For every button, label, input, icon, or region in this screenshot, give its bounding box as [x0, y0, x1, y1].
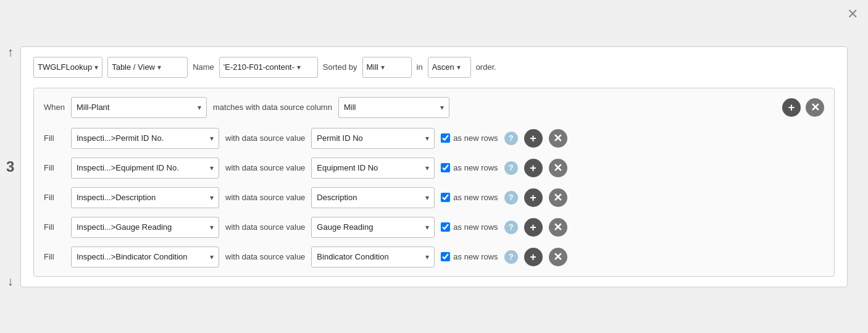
when-source-select[interactable]: Mill ▾: [338, 97, 449, 118]
sorted-by-label: Sorted by: [323, 62, 357, 72]
fill-source-select-0[interactable]: Permit ID No ▾: [311, 128, 435, 149]
matches-label: matches with data source column: [213, 103, 332, 112]
fill-add-button-0[interactable]: +: [524, 129, 543, 148]
step-number: 3: [6, 158, 14, 175]
fill-label: Fill: [44, 193, 65, 202]
as-new-rows-label-2[interactable]: as new rows: [441, 193, 498, 202]
with-label-1: with data source value: [225, 163, 305, 172]
sort-order-select[interactable]: Ascen ▾: [428, 57, 471, 78]
as-new-rows-checkbox-4[interactable]: [441, 252, 450, 261]
when-source-chevron-icon: ▾: [440, 103, 444, 112]
as-new-rows-label-1[interactable]: as new rows: [441, 163, 498, 172]
when-controls: + ✕: [782, 98, 824, 117]
name-chevron-icon: ▾: [297, 63, 301, 72]
fill-rows-container: Fill Inspecti...>Permit ID No. ▾ with da…: [44, 128, 824, 268]
fill-target-chevron-icon-4: ▾: [210, 253, 214, 261]
with-label-4: with data source value: [225, 252, 305, 261]
down-arrow[interactable]: ↓: [7, 274, 14, 289]
fill-label: Fill: [44, 133, 65, 143]
fill-source-select-1[interactable]: Equipment ID No ▾: [311, 158, 435, 179]
help-icon-4[interactable]: ?: [504, 250, 518, 264]
when-row: When Mill-Plant ▾ matches with data sour…: [44, 97, 824, 118]
fill-target-chevron-icon-3: ▾: [210, 223, 214, 232]
sort-order-chevron-icon: ▾: [457, 63, 461, 72]
fill-remove-button-4[interactable]: ✕: [549, 248, 567, 266]
when-add-button[interactable]: +: [782, 98, 801, 117]
name-select[interactable]: 'E-210-F01-content- ▾: [219, 57, 318, 78]
close-button[interactable]: ✕: [847, 6, 858, 22]
fill-target-chevron-icon-2: ▾: [210, 193, 214, 202]
as-new-rows-checkbox-3[interactable]: [441, 222, 450, 232]
fill-target-select-2[interactable]: Inspecti...>Description ▾: [71, 187, 219, 208]
fill-remove-button-0[interactable]: ✕: [549, 129, 567, 148]
fill-remove-button-2[interactable]: ✕: [549, 188, 567, 207]
fill-source-select-2[interactable]: Description ▾: [311, 187, 435, 208]
when-column-select[interactable]: Mill-Plant ▾: [71, 97, 207, 118]
when-label: When: [44, 103, 65, 112]
fill-remove-button-1[interactable]: ✕: [549, 159, 567, 177]
outer-container: ↑ 3 ↓ ✕ TWGLFLookup ▾ Table / View ▾ Nam…: [0, 0, 868, 333]
fill-source-select-3[interactable]: Gauge Reading ▾: [311, 217, 435, 238]
as-new-rows-label-0[interactable]: as new rows: [441, 133, 498, 143]
fill-target-select-1[interactable]: Inspecti...>Equipment ID No. ▾: [71, 158, 219, 179]
fill-target-chevron-icon-1: ▾: [210, 164, 214, 172]
when-remove-button[interactable]: ✕: [806, 98, 824, 117]
fill-label: Fill: [44, 222, 65, 232]
help-icon-0[interactable]: ?: [504, 132, 518, 145]
fill-label: Fill: [44, 252, 65, 261]
lookup-chevron-icon: ▾: [94, 63, 98, 72]
help-icon-2[interactable]: ?: [504, 191, 518, 204]
as-new-rows-label-4[interactable]: as new rows: [441, 252, 498, 261]
fill-row: Fill Inspecti...>Equipment ID No. ▾ with…: [44, 158, 824, 179]
fill-target-chevron-icon-0: ▾: [210, 134, 214, 143]
fill-source-chevron-icon-0: ▾: [425, 134, 429, 143]
content-area: When Mill-Plant ▾ matches with data sour…: [33, 88, 835, 277]
fill-row: Fill Inspecti...>Description ▾ with data…: [44, 187, 824, 208]
fill-row: Fill Inspecti...>Gauge Reading ▾ with da…: [44, 217, 824, 238]
as-new-rows-checkbox-1[interactable]: [441, 163, 450, 172]
name-label: Name: [193, 62, 214, 72]
fill-row: Fill Inspecti...>Permit ID No. ▾ with da…: [44, 128, 824, 149]
fill-add-button-2[interactable]: +: [524, 188, 543, 207]
as-new-rows-label-3[interactable]: as new rows: [441, 222, 498, 232]
as-new-rows-checkbox-2[interactable]: [441, 193, 450, 202]
fill-row: Fill Inspecti...>Bindicator Condition ▾ …: [44, 247, 824, 268]
sort-column-select[interactable]: Mill ▾: [362, 57, 412, 78]
fill-add-button-4[interactable]: +: [524, 248, 543, 266]
fill-target-select-0[interactable]: Inspecti...>Permit ID No. ▾: [71, 128, 219, 149]
fill-label: Fill: [44, 163, 65, 172]
main-panel: TWGLFLookup ▾ Table / View ▾ Name 'E-210…: [20, 46, 848, 287]
when-column-chevron-icon: ▾: [198, 103, 201, 112]
fill-source-chevron-icon-1: ▾: [425, 164, 429, 172]
order-label: order.: [476, 62, 496, 72]
fill-source-chevron-icon-3: ▾: [425, 223, 429, 232]
tableview-chevron-icon: ▾: [157, 63, 161, 72]
up-arrow[interactable]: ↑: [7, 45, 14, 59]
table-view-select[interactable]: Table / View ▾: [107, 57, 188, 78]
fill-add-button-1[interactable]: +: [524, 159, 543, 177]
lookup-select[interactable]: TWGLFLookup ▾: [33, 57, 102, 78]
help-icon-1[interactable]: ?: [504, 161, 518, 175]
fill-remove-button-3[interactable]: ✕: [549, 218, 567, 237]
help-icon-3[interactable]: ?: [504, 221, 518, 234]
fill-source-chevron-icon-4: ▾: [425, 253, 429, 261]
fill-add-button-3[interactable]: +: [524, 218, 543, 237]
as-new-rows-checkbox-0[interactable]: [441, 133, 450, 143]
top-row: TWGLFLookup ▾ Table / View ▾ Name 'E-210…: [33, 57, 835, 78]
fill-target-select-3[interactable]: Inspecti...>Gauge Reading ▾: [71, 217, 219, 238]
fill-target-select-4[interactable]: Inspecti...>Bindicator Condition ▾: [71, 247, 219, 268]
with-label-2: with data source value: [225, 193, 305, 202]
in-label: in: [417, 62, 423, 72]
fill-source-select-4[interactable]: Bindicator Condition ▾: [311, 247, 435, 268]
sort-column-chevron-icon: ▾: [381, 63, 385, 72]
with-label-0: with data source value: [225, 133, 305, 143]
fill-source-chevron-icon-2: ▾: [425, 193, 429, 202]
with-label-3: with data source value: [225, 222, 305, 232]
